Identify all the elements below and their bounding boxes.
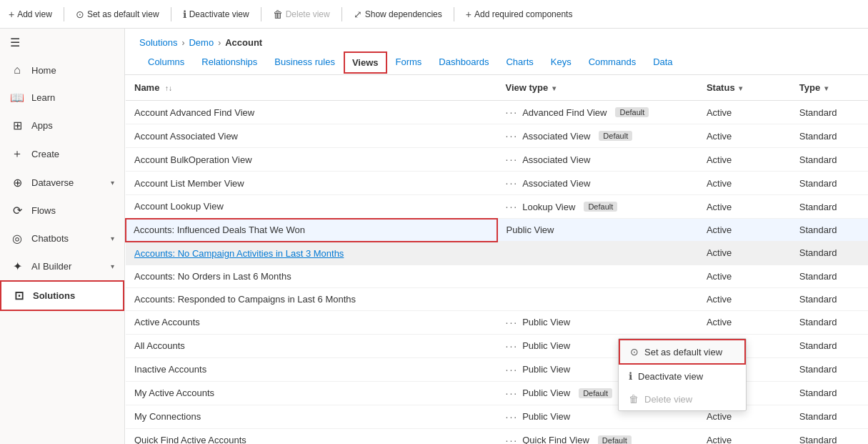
plus-icon: + bbox=[9, 9, 14, 20]
row-dots-menu-14[interactable]: ··· bbox=[506, 411, 519, 423]
row-dots-menu-13[interactable]: ··· bbox=[506, 388, 519, 399]
table-row[interactable]: Account BulkOperation View···Associated … bbox=[126, 148, 868, 172]
delete-label: Delete view bbox=[286, 9, 330, 19]
table-row[interactable]: Quick Find Active Accounts···Quick Find … bbox=[126, 428, 868, 444]
row-status-4: Active bbox=[698, 172, 791, 195]
row-name-13: My Active Accounts bbox=[126, 381, 497, 405]
delete-view-button[interactable]: 🗑 Delete view bbox=[273, 9, 330, 20]
table-row[interactable]: Accounts: Responded to Campaigns in Last… bbox=[126, 287, 868, 310]
table-row[interactable]: Inactive Accounts···Public ViewActiveSta… bbox=[126, 357, 868, 381]
dependencies-label: Show dependencies bbox=[365, 9, 442, 19]
row-name-1: Account Advanced Find View bbox=[126, 101, 497, 124]
sidebar-item-chatbots[interactable]: ◎ Chatbots ▾ bbox=[0, 225, 124, 252]
tab-relationships[interactable]: Relationships bbox=[193, 51, 266, 74]
chevron-down-icon-3: ▾ bbox=[111, 262, 114, 270]
table-row[interactable]: My Connections···Public ViewActiveStanda… bbox=[126, 405, 868, 428]
show-dependencies-button[interactable]: ⤢ Show dependencies bbox=[354, 9, 442, 20]
col-header-viewtype[interactable]: View type ▾ bbox=[497, 75, 698, 101]
tab-charts[interactable]: Charts bbox=[497, 51, 542, 74]
sidebar-item-home[interactable]: ⌂ Home bbox=[0, 56, 124, 84]
tab-data[interactable]: Data bbox=[644, 51, 681, 74]
table-row[interactable]: Accounts: Influenced Deals That We WonPu… bbox=[126, 219, 868, 242]
deactivate-icon: ℹ bbox=[183, 9, 186, 20]
ai-builder-icon: ✦ bbox=[10, 260, 24, 273]
tab-dashboards[interactable]: Dashboards bbox=[430, 51, 497, 74]
add-view-button[interactable]: + Add view bbox=[9, 9, 52, 20]
sidebar-item-solutions[interactable]: ⊡ Solutions bbox=[0, 280, 124, 311]
separator-3 bbox=[261, 7, 261, 21]
row-type-11: Standard bbox=[791, 334, 868, 357]
tab-columns[interactable]: Columns bbox=[139, 51, 193, 74]
add-required-button[interactable]: + Add required components bbox=[466, 9, 573, 20]
sidebar-item-flows[interactable]: ⟳ Flows bbox=[0, 197, 124, 225]
sidebar-item-dataverse[interactable]: ⊕ Dataverse ▾ bbox=[0, 169, 124, 197]
view-type-badge-13: Default bbox=[579, 388, 612, 398]
tab-business-rules[interactable]: Business rules bbox=[266, 51, 344, 74]
context-menu-set-default[interactable]: ⊙ Set as default view bbox=[619, 339, 746, 365]
tab-keys[interactable]: Keys bbox=[542, 51, 580, 74]
row-dots-menu-11[interactable]: ··· bbox=[506, 340, 519, 352]
sidebar-item-learn[interactable]: 📖 Learn bbox=[0, 84, 124, 112]
sidebar-item-ai-builder[interactable]: ✦ AI Builder ▾ bbox=[0, 252, 124, 280]
table-row[interactable]: My Active Accounts···Public ViewDefaultA… bbox=[126, 381, 868, 405]
row-dots-menu-3[interactable]: ··· bbox=[506, 154, 519, 165]
tab-commands[interactable]: Commands bbox=[580, 51, 644, 74]
col-header-name[interactable]: Name ↑↓ bbox=[126, 75, 497, 101]
view-type-badge-1: Default bbox=[615, 107, 649, 117]
col-header-type[interactable]: Type ▾ bbox=[791, 75, 868, 101]
row-type-13: Standard bbox=[791, 381, 868, 405]
sidebar: ☰ ⌂ Home 📖 Learn ⊞ Apps ＋ Create ⊕ Datav… bbox=[0, 29, 125, 444]
row-dots-menu-12[interactable]: ··· bbox=[506, 364, 519, 375]
row-dots-menu-2[interactable]: ··· bbox=[506, 130, 519, 142]
row-type-7: Standard bbox=[791, 242, 868, 265]
view-type-label-14: Public View bbox=[522, 411, 570, 422]
delete-icon: 🗑 bbox=[273, 9, 283, 20]
table-row[interactable]: Account Lookup View···Lookup ViewDefault… bbox=[126, 195, 868, 219]
view-type-label-6: Public View bbox=[507, 225, 554, 235]
view-type-label-1: Advanced Find View bbox=[522, 107, 607, 118]
deactivate-view-button[interactable]: ℹ Deactivate view bbox=[183, 9, 249, 20]
sidebar-item-apps[interactable]: ⊞ Apps bbox=[0, 112, 124, 139]
hamburger-button[interactable]: ☰ bbox=[0, 29, 124, 56]
chatbots-icon: ◎ bbox=[10, 232, 24, 245]
dataverse-icon: ⊕ bbox=[10, 176, 24, 189]
row-dots-menu-10[interactable]: ··· bbox=[506, 317, 519, 328]
sidebar-home-label: Home bbox=[31, 65, 56, 76]
tab-views[interactable]: Views bbox=[344, 51, 387, 74]
row-viewtype-3: ···Associated View bbox=[497, 148, 698, 172]
table-row[interactable]: Active Accounts···Public ViewActiveStand… bbox=[126, 310, 868, 334]
breadcrumb-demo[interactable]: Demo bbox=[189, 37, 214, 48]
row-dots-menu-5[interactable]: ··· bbox=[506, 201, 519, 212]
deactivate-cm-icon: ℹ bbox=[629, 370, 632, 382]
table-row[interactable]: Account Advanced Find View···Advanced Fi… bbox=[126, 101, 868, 124]
set-default-view-button[interactable]: ⊙ Set as default view bbox=[76, 9, 159, 20]
filter-status-icon: ▾ bbox=[739, 84, 742, 92]
row-dots-menu-4[interactable]: ··· bbox=[506, 177, 519, 189]
row-name-7: Accounts: No Campaign Activities in Last… bbox=[126, 242, 497, 265]
table-row[interactable]: All Accounts···Public ViewActiveStandard bbox=[126, 334, 868, 357]
table-row[interactable]: Accounts: No Campaign Activities in Last… bbox=[126, 242, 868, 265]
table-row[interactable]: Accounts: No Orders in Last 6 MonthsActi… bbox=[126, 265, 868, 287]
row-dots-menu-1[interactable]: ··· bbox=[506, 107, 519, 118]
row-viewtype-10: ···Public View bbox=[497, 310, 698, 334]
views-table: Name ↑↓ View type ▾ Status ▾ Type ▾ bbox=[125, 75, 868, 444]
row-name-4: Account List Member View bbox=[126, 172, 497, 195]
breadcrumb-solutions[interactable]: Solutions bbox=[139, 37, 177, 48]
tabs-bar: Columns Relationships Business rules Vie… bbox=[125, 51, 868, 75]
table-row[interactable]: Account List Member View···Associated Vi… bbox=[126, 172, 868, 195]
context-menu-deactivate[interactable]: ℹ Deactivate view bbox=[619, 365, 746, 388]
table-row[interactable]: Account Associated View···Associated Vie… bbox=[126, 124, 868, 148]
row-status-7: Active bbox=[698, 242, 791, 265]
row-name-2: Account Associated View bbox=[126, 124, 497, 148]
row-viewtype-4: ···Associated View bbox=[497, 172, 698, 195]
sidebar-item-create[interactable]: ＋ Create bbox=[0, 139, 124, 169]
context-menu-delete-label: Delete view bbox=[644, 394, 692, 405]
col-header-status[interactable]: Status ▾ bbox=[698, 75, 791, 101]
row-viewtype-6: Public View bbox=[497, 219, 698, 242]
row-dots-menu-15[interactable]: ··· bbox=[506, 435, 519, 445]
view-type-label-5: Lookup View bbox=[522, 202, 575, 212]
chevron-down-icon: ▾ bbox=[111, 179, 114, 187]
row-viewtype-7 bbox=[497, 242, 698, 265]
sidebar-ai-builder-label: AI Builder bbox=[31, 261, 71, 272]
tab-forms[interactable]: Forms bbox=[387, 51, 431, 74]
